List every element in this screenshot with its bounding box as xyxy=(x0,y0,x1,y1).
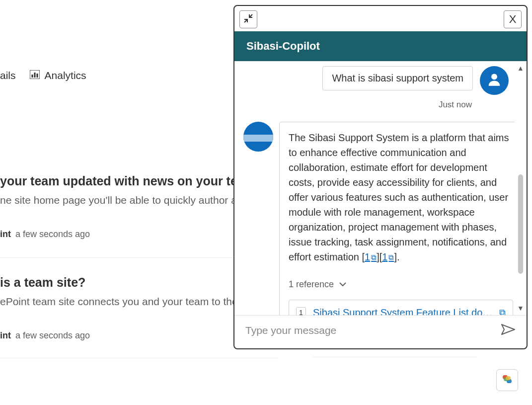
chat-title: Sibasi-Copilot xyxy=(246,40,320,52)
bot-message-bubble: The Sibasi Support System is a platform … xyxy=(279,122,515,315)
minimize-button[interactable] xyxy=(239,10,257,28)
copilot-launcher-button[interactable] xyxy=(496,369,518,391)
svg-rect-2 xyxy=(34,73,35,78)
close-icon: X xyxy=(509,13,517,26)
open-external-icon[interactable]: ⧉ xyxy=(499,305,506,315)
bot-message-text: The Sibasi Support System is a platform … xyxy=(289,132,509,262)
scroll-thumb[interactable] xyxy=(518,174,523,274)
person-icon xyxy=(486,71,503,90)
scroll-up-icon[interactable]: ▲ xyxy=(516,63,525,73)
svg-rect-1 xyxy=(31,75,33,78)
scroll-down-icon[interactable]: ▼ xyxy=(516,303,525,313)
open-external-icon: ⧉ xyxy=(388,253,394,261)
news-meta-time: a few seconds ago xyxy=(15,330,90,340)
open-external-icon: ⧉ xyxy=(371,253,377,261)
bot-message-row: The Sibasi Support System is a platform … xyxy=(243,122,509,315)
nav-item-label: Analytics xyxy=(45,70,86,81)
chat-scrollbar[interactable]: ▲ ▼ xyxy=(516,63,526,313)
message-timestamp: Just now xyxy=(243,100,509,110)
chat-messages: What is sibasi support system Just now T… xyxy=(234,61,515,315)
close-button[interactable]: X xyxy=(504,10,522,28)
page-top-nav: ails Analytics xyxy=(0,70,86,81)
minimize-icon xyxy=(243,13,253,26)
send-icon xyxy=(501,324,516,337)
svg-point-4 xyxy=(491,74,497,80)
analytics-icon xyxy=(30,70,40,81)
chat-body: What is sibasi support system Just now T… xyxy=(234,61,527,315)
user-message-bubble: What is sibasi support system xyxy=(322,66,473,90)
citation-link-2[interactable]: 1⧉ xyxy=(382,251,394,262)
news-meta-time: a few seconds ago xyxy=(15,229,90,239)
divider xyxy=(0,358,278,358)
references-label: 1 reference xyxy=(289,277,334,292)
news-meta-author: int xyxy=(0,330,11,340)
copilot-icon xyxy=(500,372,514,388)
chat-topbar: X xyxy=(234,6,527,31)
svg-rect-3 xyxy=(36,74,38,78)
chevron-down-icon xyxy=(339,277,347,292)
chat-header: Sibasi-Copilot xyxy=(234,31,527,61)
citation-link-1[interactable]: 1⧉ xyxy=(365,251,377,262)
reference-number: 1 xyxy=(296,307,306,315)
nav-item-analytics[interactable]: Analytics xyxy=(30,70,86,81)
scroll-track[interactable] xyxy=(518,75,523,301)
send-button[interactable] xyxy=(500,324,517,337)
message-input[interactable] xyxy=(244,322,492,339)
divider xyxy=(313,357,477,357)
timestamp-text: Just now xyxy=(439,100,472,110)
chat-input-row xyxy=(234,315,527,348)
news-meta-author: int xyxy=(0,229,11,239)
reference-item[interactable]: 1 Sibasi Support System Feature List.do…… xyxy=(289,300,513,315)
bot-avatar xyxy=(243,122,273,152)
user-message-text: What is sibasi support system xyxy=(332,73,463,83)
user-message-row: What is sibasi support system xyxy=(243,66,509,95)
user-avatar xyxy=(480,66,509,95)
nav-item-truncated[interactable]: ails xyxy=(0,70,16,81)
bot-message-tail: . xyxy=(397,251,400,262)
reference-link[interactable]: Sibasi Support System Feature List.do… xyxy=(313,305,492,315)
copilot-chat-panel: X Sibasi-Copilot What is sibasi support … xyxy=(233,5,528,349)
references-toggle[interactable]: 1 reference xyxy=(289,277,513,292)
